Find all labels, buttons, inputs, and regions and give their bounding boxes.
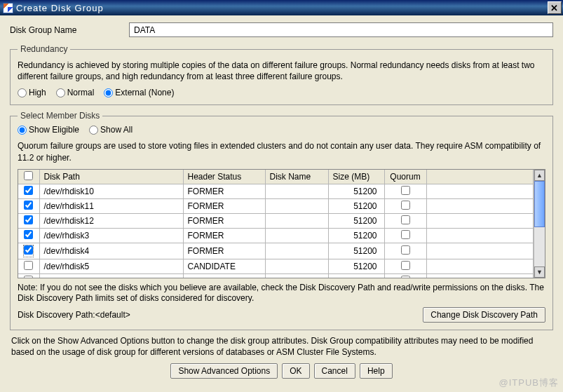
col-header-status[interactable]: Header Status [183,170,265,184]
redundancy-fieldset: Redundancy Redundancy is achieved by sto… [10,44,553,105]
row-disk-name[interactable] [265,243,328,259]
table-row[interactable]: /dev/rhdisk10FORMER51200 [18,184,534,198]
row-header-status: FORMER [183,198,265,213]
row-quorum-cell[interactable] [384,228,426,243]
row-disk-name[interactable] [265,273,328,278]
row-disk-name[interactable] [265,228,328,243]
row-select-checkbox[interactable] [24,215,33,224]
redundancy-legend: Redundancy [18,44,70,54]
help-button[interactable]: Help [360,363,393,379]
row-quorum-cell[interactable] [384,198,426,213]
row-header-status: FORMER [183,228,265,243]
row-disk-name[interactable] [265,259,328,273]
select-all-checkbox[interactable] [24,171,33,180]
redundancy-normal-radio[interactable] [56,88,65,97]
col-disk-name[interactable]: Disk Name [265,170,328,184]
row-select-cell[interactable] [18,213,39,228]
disk-group-name-input[interactable] [129,22,553,37]
scroll-track[interactable] [534,227,545,266]
row-quorum-checkbox[interactable] [401,261,410,270]
row-disk-name[interactable] [265,184,328,198]
row-disk-name[interactable] [265,198,328,213]
row-select-checkbox[interactable] [24,276,33,278]
row-size: 51200 [328,184,384,198]
redundancy-high[interactable]: High [18,88,46,97]
table-row[interactable]: /dev/rhdisk12FORMER51200 [18,213,534,228]
row-size: 51200 [328,198,384,213]
row-select-checkbox[interactable] [24,186,33,195]
row-quorum-checkbox[interactable] [401,186,410,195]
row-select-cell[interactable] [18,243,39,259]
redundancy-external-radio[interactable] [104,88,113,97]
row-quorum-cell[interactable] [384,273,426,278]
row-select-checkbox[interactable] [24,230,33,239]
row-quorum-checkbox[interactable] [401,201,410,210]
row-select-cell[interactable] [18,228,39,243]
row-quorum-cell[interactable] [384,259,426,273]
row-quorum-checkbox[interactable] [401,230,410,239]
show-all-radio[interactable] [89,126,98,135]
row-size: 51200 [328,228,384,243]
disk-table-wrap: Disk Path Header Status Disk Name Size (… [18,169,545,278]
row-disk-name[interactable] [265,213,328,228]
table-scrollbar[interactable]: ▲ ▼ [534,170,545,278]
table-row[interactable]: /dev/rhdisk3FORMER51200 [18,228,534,243]
footer-desc: Click on the Show Advanced Options butto… [11,336,552,358]
discovery-path-row: Disk Discovery Path:<default> Change Dis… [18,307,545,323]
redundancy-normal-label: Normal [67,88,95,97]
cancel-button[interactable]: Cancel [314,363,355,379]
disk-table: Disk Path Header Status Disk Name Size (… [18,170,534,278]
row-spacer [426,184,534,198]
col-quorum[interactable]: Quorum [384,170,426,184]
row-quorum-cell[interactable] [384,243,426,259]
row-select-checkbox[interactable] [24,245,33,255]
table-row[interactable]: /dev/rhdisk5CANDIDATE51200 [18,259,534,273]
change-discovery-path-button[interactable]: Change Disk Discovery Path [423,307,545,323]
show-eligible-radio[interactable] [18,126,27,135]
disk-group-name-row: Disk Group Name [10,22,553,37]
row-disk-path: /dev/rhdisk11 [39,198,183,213]
row-header-status: CANDIDATE [183,259,265,273]
col-disk-path[interactable]: Disk Path [39,170,183,184]
member-disks-legend: Select Member Disks [18,111,102,121]
redundancy-external[interactable]: External (None) [104,88,174,97]
row-spacer [426,213,534,228]
show-all[interactable]: Show All [89,125,133,135]
redundancy-high-label: High [29,88,46,97]
row-select-cell[interactable] [18,184,39,198]
scroll-down-button[interactable]: ▼ [534,266,545,278]
redundancy-desc: Redundancy is achieved by storing multip… [18,60,545,82]
row-header-status: FORMER [183,243,265,259]
row-quorum-cell[interactable] [384,213,426,228]
row-header-status: CANDIDATE [183,273,265,278]
redundancy-high-radio[interactable] [18,88,27,97]
row-select-cell[interactable] [18,198,39,213]
show-advanced-options-button[interactable]: Show Advanced Options [170,363,278,379]
row-quorum-cell[interactable] [384,184,426,198]
table-row[interactable]: /dev/rhdisk11FORMER51200 [18,198,534,213]
button-row: Show Advanced Options OK Cancel Help [10,363,553,379]
redundancy-normal[interactable]: Normal [56,88,95,97]
col-select-all[interactable] [18,170,39,184]
row-select-checkbox[interactable] [24,201,33,210]
watermark: @ITPUB博客 [499,377,559,389]
col-size[interactable]: Size (MB) [328,170,384,184]
close-button[interactable]: ✕ [548,1,562,14]
row-disk-path: /dev/rhdisk4 [39,243,183,259]
row-select-checkbox[interactable] [24,261,33,270]
show-eligible[interactable]: Show Eligible [18,125,79,135]
disk-group-name-label: Disk Group Name [10,25,129,35]
scroll-thumb[interactable] [534,181,545,227]
ok-button[interactable]: OK [282,363,309,379]
table-row[interactable]: /dev/rhdisk4FORMER51200 [18,243,534,259]
row-quorum-checkbox[interactable] [401,245,410,255]
row-select-cell[interactable] [18,273,39,278]
title-bar: Create Disk Group ✕ [0,0,563,15]
table-row[interactable]: /dev/rhdisk6CANDIDATE51200 [18,273,534,278]
scroll-up-button[interactable]: ▲ [534,170,545,181]
row-disk-path: /dev/rhdisk3 [39,228,183,243]
row-quorum-checkbox[interactable] [401,276,410,278]
row-quorum-checkbox[interactable] [401,215,410,224]
row-select-cell[interactable] [18,259,39,273]
row-header-status: FORMER [183,213,265,228]
